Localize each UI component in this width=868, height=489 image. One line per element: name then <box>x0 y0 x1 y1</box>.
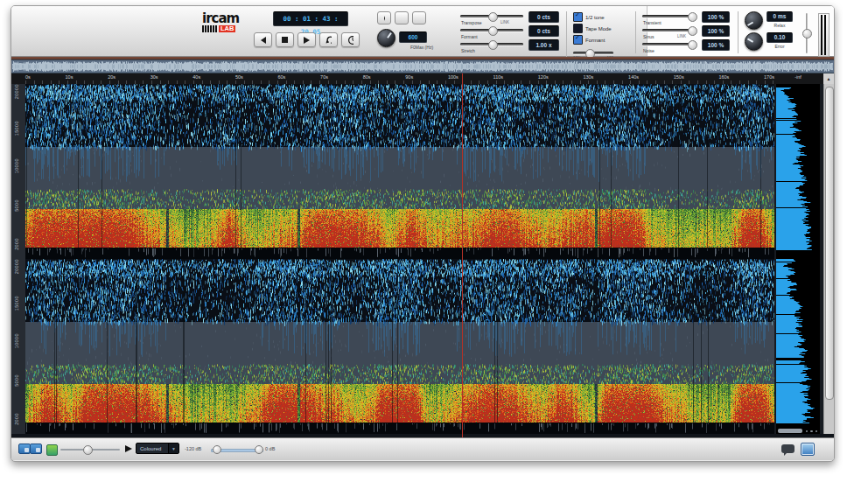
formant-slider[interactable] <box>460 29 523 31</box>
error-knob[interactable] <box>745 32 763 51</box>
metronome-clock-icon <box>347 35 354 45</box>
relax-value: 0 ms <box>766 11 793 22</box>
ruler-tick: 170s <box>764 74 774 80</box>
frequency-axis: 20000150001000050002000 2000015000100005… <box>11 84 26 437</box>
view-toggle-button-1[interactable] <box>18 444 31 454</box>
transient-slider-thumb[interactable] <box>688 12 697 22</box>
checkbox-tape-mode[interactable] <box>573 24 583 33</box>
stretch-range-slider[interactable] <box>573 48 613 57</box>
noise-row: Noise 100 % <box>642 39 730 53</box>
spectrogram-right-channel[interactable] <box>25 259 774 434</box>
stretch-slider-thumb[interactable] <box>488 40 498 50</box>
spectrogram-left-channel[interactable] <box>25 84 774 259</box>
ruler-tick: 60s <box>278 74 286 80</box>
sinus-slider-thumb[interactable] <box>688 26 697 36</box>
play-button[interactable] <box>298 32 316 47</box>
ruler-tick: 160s <box>718 74 729 80</box>
loop-icon <box>326 35 332 45</box>
output-level-thumb[interactable] <box>802 29 812 38</box>
stop-button[interactable] <box>276 32 294 47</box>
sinus-row: Sinus LINK 100 % <box>642 25 730 39</box>
output-level-slider[interactable] <box>803 13 810 53</box>
play-icon <box>304 37 310 44</box>
checkbox-formant[interactable] <box>573 35 583 45</box>
scroll-up-button[interactable]: ▲ <box>823 73 834 84</box>
relax-knob[interactable] <box>745 11 763 30</box>
view-toggle-button-2[interactable] <box>30 444 42 454</box>
skip-to-start-button[interactable] <box>254 32 272 47</box>
sinus-link-toggle[interactable]: LINK <box>677 34 686 38</box>
f0max-knob[interactable] <box>377 29 396 47</box>
transpose-slider-thumb[interactable] <box>488 12 498 22</box>
error-label: Error <box>766 44 793 49</box>
db-range-thumb-low[interactable] <box>213 445 221 454</box>
time-display: 00 : 01 : 43 : 20.05 <box>273 11 348 26</box>
snapshot-window-button[interactable] <box>801 443 815 456</box>
vertical-scrollbar-thumb[interactable] <box>825 87 834 400</box>
metronome-icon <box>401 14 402 23</box>
sinus-value: 100 % <box>702 25 730 37</box>
stretch-slider[interactable] <box>460 43 523 45</box>
checkbox-label: Formant <box>585 38 605 43</box>
transient-row: Transient 100 % <box>642 11 730 25</box>
ruler-tick: 20s <box>108 74 116 80</box>
level-meter <box>818 13 830 57</box>
transient-slider[interactable] <box>642 15 696 17</box>
formant-slider-thumb[interactable] <box>488 26 498 36</box>
ruler-tick: 120s <box>538 74 549 80</box>
record-dot-icon <box>383 14 385 23</box>
stretch-label: Stretch <box>461 48 475 53</box>
ruler-tick: 140s <box>628 74 639 80</box>
freq-tick-label: 20000 <box>14 259 19 274</box>
ruler-tick-labels: 0s10s20s30s40s50s60s70s80s90s100s110s120… <box>25 74 774 80</box>
checkbox-label: 1/2 tone <box>585 15 605 20</box>
transpose-row: Transpose LINK 0 cts <box>460 11 558 25</box>
ruler-tick: 110s <box>494 74 504 80</box>
marker-triangle-icon[interactable] <box>125 445 132 452</box>
playhead-cursor[interactable] <box>462 73 463 437</box>
metronome-clock-button[interactable] <box>341 32 360 47</box>
arrow-down-icon <box>418 14 420 23</box>
sinus-slider[interactable] <box>642 29 696 31</box>
db-min-label: -120 dB <box>185 446 201 451</box>
freq-tick-label: 5000 <box>14 374 19 387</box>
ruler-tick: 100s <box>448 74 458 80</box>
formant-row: Formant 0 cts <box>460 25 558 39</box>
freq-tick-label: 2000 <box>14 413 19 425</box>
mode-check-row: Tape Mode <box>573 23 627 34</box>
db-max-label: 0 dB <box>265 446 275 451</box>
noise-value: 100 % <box>702 39 730 51</box>
logo-barcode-icon <box>202 25 217 32</box>
ruler-tick: 150s <box>674 74 684 80</box>
mode-checkbox-group: 1/2 toneTape ModeFormant 10% x100 <box>566 11 627 60</box>
colormap-dropdown[interactable]: Coloured ▼ <box>136 443 179 454</box>
time-ruler[interactable]: 0s10s20s30s40s50s60s70s80s90s100s110s120… <box>11 73 834 84</box>
overview-waveform[interactable] <box>11 59 834 73</box>
vertical-scrollbar[interactable] <box>823 84 835 437</box>
record-dot-button[interactable] <box>377 11 391 24</box>
transpose-slider[interactable] <box>460 15 523 17</box>
noise-slider-thumb[interactable] <box>688 40 697 50</box>
checkbox-1-2-tone[interactable] <box>573 12 583 22</box>
transpose-value: 0 cts <box>528 11 559 23</box>
link-toggle[interactable]: LINK <box>500 20 509 24</box>
zoom-slider-thumb[interactable] <box>83 445 93 455</box>
relax-label: Relax <box>766 23 793 28</box>
comment-bubble-button[interactable] <box>781 444 794 453</box>
colormap-icon[interactable] <box>46 444 58 456</box>
freq-tick-label: 10000 <box>14 333 19 348</box>
noise-slider[interactable] <box>642 43 696 45</box>
colormap-dropdown-value: Coloured <box>140 446 161 451</box>
analysis-section: 600 F0Max (Hz) <box>377 11 452 50</box>
db-range-thumb-high[interactable] <box>255 445 263 454</box>
spectrum-hscrollbar[interactable] <box>778 429 802 433</box>
arrow-down-button[interactable] <box>412 11 426 24</box>
transport-section: 00 : 01 : 43 : 20.05 <box>254 11 369 47</box>
knob-group: 0 ms Relax 0.10 Error <box>738 11 795 53</box>
stretch-value: 1.00 x <box>528 39 559 51</box>
loop-button[interactable] <box>319 32 338 47</box>
resize-grip-dots[interactable] <box>806 430 818 433</box>
level-scale-label: -inf <box>776 74 820 80</box>
metronome-button[interactable] <box>395 11 409 24</box>
ruler-tick: 30s <box>150 74 158 80</box>
